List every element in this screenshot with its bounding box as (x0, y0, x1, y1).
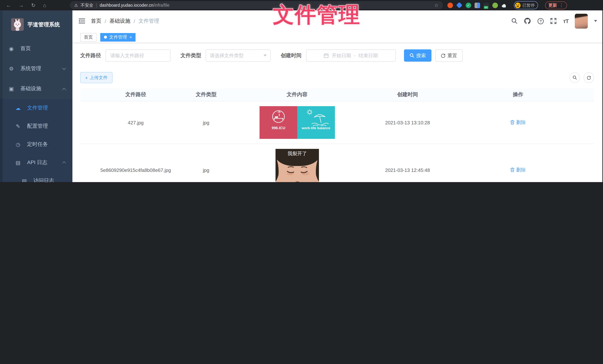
file-path-input-wrap (105, 49, 170, 62)
infrastructure-icon: ▣ (8, 86, 14, 92)
actions-cell: 删除 (442, 167, 594, 173)
sidebar-item-system[interactable]: ⚙ 系统管理 (0, 59, 72, 79)
security-label[interactable]: 不安全 (81, 2, 93, 8)
extension-row: ✓ on 已暂停 更新 ⋮ (447, 1, 567, 9)
sidebar-item-infrastructure[interactable]: ▣ 基础设施 (0, 79, 72, 99)
search-button[interactable]: 搜索 (404, 49, 431, 62)
toggle-search-button[interactable] (569, 72, 580, 83)
forward-icon[interactable]: → (19, 3, 24, 8)
collapse-sidebar-icon[interactable] (79, 18, 85, 24)
home-icon[interactable]: ⌂ (43, 3, 46, 8)
reload-icon[interactable]: ↻ (31, 3, 35, 8)
breadcrumb-home[interactable]: 首页 (91, 18, 101, 24)
font-size-icon[interactable]: тT (563, 18, 568, 24)
sidebar-item-access-log[interactable]: ▤ 访问日志 (0, 171, 72, 182)
cloud-upload-icon: ☁ (15, 105, 21, 111)
help-icon[interactable]: ? (537, 18, 544, 24)
gear-icon: ⚙ (8, 66, 14, 72)
user-avatar[interactable] (575, 13, 588, 28)
date-range-picker[interactable]: 开始日期 - 结束日期 (306, 49, 396, 62)
file-type-select[interactable]: 请选择文件类型 (206, 49, 271, 62)
banner-996icu-image[interactable]: 996.ICU work-life balance (259, 106, 335, 139)
profile-emoji-avatar (515, 2, 521, 8)
warning-icon: ⚠ (74, 3, 78, 8)
sidebar-item-label: 首页 (20, 45, 31, 52)
bookmark-star-icon[interactable]: ☆ (434, 2, 439, 8)
file-table: 文件路径 文件类型 文件内容 创建时间 操作 427.jpg jpg (80, 88, 594, 182)
fullscreen-icon[interactable] (550, 18, 557, 24)
api-log-icon: ▤ (15, 159, 21, 165)
close-icon[interactable]: × (130, 35, 132, 39)
sidebar-item-api-log[interactable]: ▤ API 日志 (0, 153, 72, 171)
window-edge (602, 10, 603, 182)
date-range-separator: - (354, 53, 356, 58)
sidebar-item-scheduled-tasks[interactable]: ◷ 定时任务 (0, 135, 72, 153)
check-extension-icon[interactable]: ✓ (466, 2, 471, 8)
browser-window: ← → ↻ ⌂ ⚠ 不安全 | dashboard.yudao.iocoder.… (0, 0, 603, 182)
sidebar-logo-row[interactable]: 芋道管理系统 (0, 10, 72, 39)
ubuntu-extension-icon[interactable] (447, 2, 453, 8)
upload-file-button[interactable]: + 上传文件 (80, 72, 112, 83)
refresh-icon (441, 53, 446, 58)
svg-text:996.ICU: 996.ICU (271, 126, 285, 130)
sidebar-item-home[interactable]: ◉ 首页 (0, 39, 72, 59)
breadcrumb-infrastructure[interactable]: 基础设施 (110, 18, 130, 24)
column-header-actions: 操作 (442, 91, 594, 98)
column-header-created: 创建时间 (373, 91, 442, 98)
user-menu-caret-icon[interactable] (594, 20, 597, 22)
file-content-cell: 996.ICU work-life balance (221, 106, 373, 139)
refresh-icon (587, 75, 591, 80)
update-label: 更新 (548, 2, 557, 8)
address-bar[interactable]: ⚠ 不安全 | dashboard.yudao.iocoder.cn/infra… (70, 1, 443, 9)
puzzle-extensions-icon[interactable] (501, 2, 507, 8)
upload-button-label: 上传文件 (90, 74, 107, 81)
browser-profile-chip[interactable]: 已暂停 (514, 1, 538, 9)
column-header-content: 文件内容 (221, 91, 373, 98)
date-end-placeholder: 结束日期 (359, 52, 378, 59)
reset-button[interactable]: 重置 (435, 49, 463, 62)
svg-text:我裂开了: 我裂开了 (287, 150, 307, 156)
url-path: /infra/file (153, 3, 170, 7)
menu-dots-icon[interactable]: ⋮ (559, 3, 563, 8)
chevron-down-icon (264, 55, 267, 57)
grid-extension-icon[interactable] (475, 2, 480, 8)
delete-button[interactable]: 删除 (510, 167, 526, 173)
file-content-cell: 我裂开了 (221, 149, 373, 182)
app-title: 芋道管理系统 (27, 21, 60, 28)
back-icon[interactable]: ← (6, 3, 11, 8)
search-icon[interactable] (511, 18, 518, 24)
tab-label: 首页 (84, 34, 93, 40)
tab-home[interactable]: 首页 (80, 33, 96, 41)
chevron-up-icon (62, 161, 66, 164)
sidebar-item-config[interactable]: ✎ 配置管理 (0, 117, 72, 135)
actions-cell: 删除 (442, 119, 594, 126)
file-path-cell: 5e8609290e915c4fa8b08e67.jpg (80, 167, 191, 173)
create-time-label: 创建时间 (281, 52, 302, 59)
leaf-extension-icon[interactable] (492, 2, 498, 8)
gem-extension-icon[interactable] (456, 2, 463, 8)
switch-extension-icon[interactable]: on (483, 2, 489, 8)
breadcrumb-current: 文件管理 (139, 18, 159, 24)
tab-label: 文件管理 (109, 34, 127, 40)
sidebar-item-label: API 日志 (27, 159, 47, 166)
meme-baby-image[interactable]: 我裂开了 (275, 149, 319, 182)
browser-update-button[interactable]: 更新 ⋮ (545, 1, 567, 9)
trash-icon (510, 120, 515, 125)
sidebar-item-label: 基础设施 (20, 85, 41, 92)
refresh-table-button[interactable] (584, 72, 594, 83)
delete-button[interactable]: 删除 (510, 119, 526, 126)
file-path-input[interactable] (110, 52, 166, 59)
chevron-up-icon (62, 87, 66, 91)
date-start-placeholder: 开始日期 (332, 52, 351, 59)
url-text[interactable]: dashboard.yudao.iocoder.cn/infra/file (100, 3, 170, 7)
sidebar-item-label: 文件管理 (27, 104, 48, 111)
main-area: 首页 / 基础设施 / 文件管理 ? тT 首页 (72, 10, 603, 182)
search-button-label: 搜索 (416, 52, 426, 59)
config-edit-icon: ✎ (15, 123, 21, 129)
browser-nav-buttons: ← → ↻ ⌂ (4, 3, 70, 8)
github-icon[interactable] (524, 17, 531, 24)
sidebar-item-file-management[interactable]: ☁ 文件管理 (0, 99, 72, 117)
tab-file-management[interactable]: 文件管理 × (100, 33, 136, 41)
tags-view-bar: 首页 文件管理 × (72, 32, 603, 43)
svg-text:?: ? (540, 19, 542, 23)
